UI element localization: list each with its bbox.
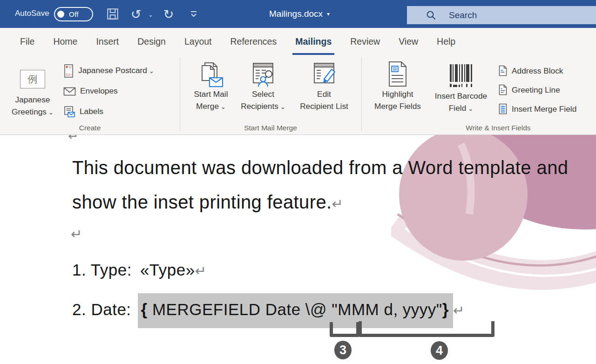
group-divider — [361, 57, 362, 131]
tab-home[interactable]: Home — [44, 28, 87, 55]
paragraph-mark: ↵ — [453, 303, 464, 318]
customize-quick-access-button[interactable] — [185, 6, 202, 22]
undo-button[interactable]: ↺ — [128, 6, 144, 22]
greeting-line-button[interactable]: Greeting Line — [498, 81, 576, 100]
insert-merge-field-icon — [498, 103, 508, 115]
paragraph-mark: ↵ — [332, 196, 343, 212]
tab-layout[interactable]: Layout — [175, 28, 221, 55]
chevron-down-icon: ⌄ — [221, 103, 226, 110]
tab-view[interactable]: View — [389, 28, 427, 55]
autosave-toggle[interactable]: Off — [54, 7, 93, 21]
labels-button[interactable]: Labels — [63, 101, 154, 122]
envelopes-icon — [63, 87, 76, 96]
empty-paragraph-mark: ↵ — [71, 226, 82, 242]
highlight-merge-fields-icon — [386, 61, 410, 88]
document-title[interactable]: Mailings.docx ▾ — [269, 9, 330, 19]
address-block-icon — [498, 65, 508, 77]
list-item-type[interactable]: 1. Type:«Type»↵ — [72, 261, 206, 279]
merge-field-result[interactable]: «Type» — [140, 261, 195, 279]
create-small-buttons: Japanese Postcard⌄ Envelopes Labels — [63, 61, 154, 122]
toggle-knob-icon — [57, 11, 64, 18]
tab-review[interactable]: Review — [341, 28, 389, 55]
search-input[interactable]: Search — [407, 6, 596, 24]
callout-badge-4: 4 — [431, 341, 448, 360]
search-icon — [426, 10, 436, 20]
edit-recipient-list-icon — [311, 61, 337, 88]
redo-button[interactable]: ↻ — [160, 6, 177, 22]
redo-icon: ↻ — [163, 8, 174, 20]
write-insert-small-buttons: Address Block Greeting Line Insert Merge… — [498, 61, 576, 119]
undo-icon: ↺ — [131, 8, 142, 20]
title-bar: AutoSave Off ↺ ⌄ ↻ Mailings.docx ▾ — [0, 0, 596, 28]
tab-insert[interactable]: Insert — [87, 28, 128, 55]
insert-barcode-field-icon — [448, 63, 474, 88]
tab-help[interactable]: Help — [427, 28, 465, 55]
japanese-postcard-button[interactable]: Japanese Postcard⌄ — [63, 61, 154, 81]
start-mail-merge-button[interactable]: Start Mail Merge⌄ — [185, 59, 237, 113]
document-title-text: Mailings.docx — [269, 9, 323, 19]
tab-references[interactable]: References — [221, 28, 286, 55]
tab-design[interactable]: Design — [128, 28, 175, 55]
envelopes-button[interactable]: Envelopes — [63, 81, 154, 101]
autosave-label: AutoSave — [15, 9, 49, 18]
select-recipients-icon — [250, 61, 276, 88]
ribbon-tab-bar: File Home Insert Design Layout Reference… — [0, 28, 596, 55]
insert-barcode-field-button[interactable]: Insert Barcode Field⌄ — [427, 59, 495, 115]
undo-dropdown-chevron-icon[interactable]: ⌄ — [148, 11, 153, 18]
search-placeholder: Search — [449, 10, 477, 20]
japanese-greetings-icon: 例 — [20, 70, 45, 88]
chevron-down-icon: ⌄ — [48, 109, 54, 116]
document-canvas[interactable]: ↵ This document was downloaded from a Wo… — [0, 135, 596, 364]
callout-bracket-3 — [330, 322, 359, 337]
address-block-button[interactable]: Address Block — [498, 61, 576, 81]
group-label-start-mail-merge: Start Mail Merge — [180, 124, 361, 132]
autosave-state: Off — [69, 10, 79, 18]
save-button[interactable] — [104, 6, 121, 22]
insert-merge-field-button[interactable]: Insert Merge Field — [498, 100, 576, 119]
highlight-merge-fields-button[interactable]: Highlight Merge Fields — [367, 59, 428, 113]
paragraph-text-line1[interactable]: This document was downloaded from a Word… — [72, 157, 568, 178]
group-label-write-insert-fields: Write & Insert Fields — [400, 124, 596, 132]
greeting-line-icon — [498, 84, 508, 96]
chevron-down-icon: ⌄ — [280, 103, 285, 110]
select-recipients-button[interactable]: Select Recipients⌄ — [233, 59, 293, 113]
paragraph-text-line2[interactable]: show the inset printing feature.↵ — [72, 192, 343, 213]
start-mail-merge-icon — [197, 61, 224, 88]
customize-toolbar-icon — [189, 10, 198, 18]
tab-mailings[interactable]: Mailings — [286, 28, 341, 55]
save-icon — [106, 7, 120, 21]
labels-icon — [63, 106, 75, 118]
ribbon: 例 Japanese Greetings⌄ Japanese Postcard⌄… — [0, 55, 596, 135]
japanese-postcard-icon — [63, 64, 74, 78]
edit-recipient-list-button[interactable]: Edit Recipient List — [291, 59, 357, 113]
group-label-create: Create — [0, 124, 180, 132]
tab-file[interactable]: File — [11, 28, 44, 55]
group-divider — [180, 57, 180, 131]
chevron-down-icon: ⌄ — [149, 67, 154, 74]
callout-bracket-4 — [359, 321, 494, 337]
paragraph-mark: ↵ — [195, 263, 206, 279]
callout-badge-3: 3 — [334, 341, 352, 359]
japanese-greetings-button[interactable]: 例 Japanese Greetings⌄ — [7, 59, 58, 118]
paragraph-mark: ↵ — [68, 135, 79, 143]
title-dropdown-caret-icon: ▾ — [327, 11, 330, 17]
chevron-down-icon: ⌄ — [468, 105, 473, 112]
